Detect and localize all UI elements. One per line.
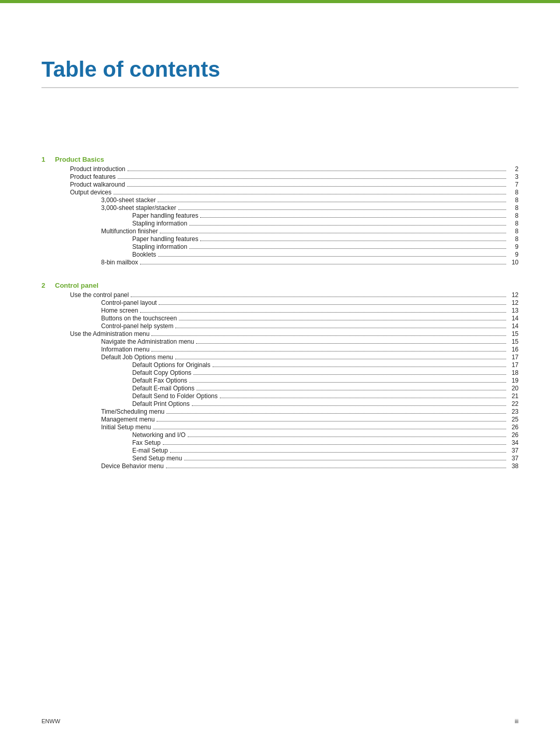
toc-page-number: 8 [508, 228, 519, 235]
toc-dots [197, 390, 506, 390]
toc-entry-label: Product introduction [70, 165, 125, 173]
toc-section-2: 2Control panelUse the control panel12Con… [41, 282, 519, 470]
toc-entry-label: Control-panel help system [101, 322, 173, 330]
toc-entry: Networking and I/O26 [41, 431, 519, 439]
toc-entry: Control-panel layout12 [41, 299, 519, 306]
toc-entry-label: Fax Setup [132, 439, 161, 446]
toc-page-number: 34 [508, 439, 519, 446]
footer: ENWW iii [41, 718, 519, 724]
toc-page-number: 17 [508, 354, 519, 361]
toc-dots [200, 217, 506, 218]
toc-dots [189, 382, 506, 383]
toc-dots [140, 312, 506, 313]
toc-page-number: 25 [508, 416, 519, 423]
toc-content: 1Product BasicsProduct introduction2Prod… [41, 156, 519, 470]
toc-entry: Product features3 [41, 173, 519, 180]
toc-dots [189, 225, 506, 226]
toc-entry: Navigate the Administration menu15 [41, 338, 519, 345]
toc-entry: Default Fax Options19 [41, 377, 519, 384]
toc-dots [151, 351, 506, 352]
toc-page-number: 15 [508, 330, 519, 338]
toc-page-number: 23 [508, 408, 519, 415]
toc-dots [175, 328, 506, 328]
toc-entry: Use the control panel12 [41, 291, 519, 299]
toc-page-number: 9 [508, 251, 519, 258]
toc-dots [151, 335, 506, 336]
toc-page-number: 18 [508, 369, 519, 376]
toc-page-number: 13 [508, 307, 519, 314]
toc-entry-label: Home screen [101, 307, 138, 314]
toc-page-number: 21 [508, 392, 519, 400]
toc-page-number: 22 [508, 400, 519, 407]
toc-entry: Paper handling features8 [41, 212, 519, 219]
toc-dots [157, 421, 506, 421]
toc-page-number: 26 [508, 431, 519, 439]
toc-dots [200, 241, 506, 241]
toc-dots [188, 437, 506, 437]
toc-dots [192, 405, 506, 406]
toc-entry: Stapling information8 [41, 220, 519, 227]
toc-page-number: 37 [508, 447, 519, 454]
toc-dots [118, 178, 506, 179]
toc-dots [140, 264, 506, 264]
toc-entry: Default Send to Folder Options21 [41, 392, 519, 400]
toc-entry: Booklets9 [41, 251, 519, 258]
section-number-2: 2 [41, 282, 52, 289]
toc-entry-label: Management menu [101, 416, 155, 423]
toc-dots [163, 444, 506, 445]
top-border [0, 0, 560, 3]
toc-entry-label: 3,000-sheet stacker [101, 196, 156, 204]
toc-entry-label: Buttons on the touchscreen [101, 315, 177, 322]
toc-entry-label: Default E-mail Options [132, 385, 194, 392]
toc-page-number: 8 [508, 196, 519, 204]
toc-entry: Device Behavior menu38 [41, 462, 519, 470]
toc-entry-label: Send Setup menu [132, 455, 182, 462]
toc-entry-label: Multifunction finisher [101, 228, 158, 235]
footer-right: iii [515, 718, 519, 724]
toc-entry: Default E-mail Options20 [41, 385, 519, 392]
page-title: Table of contents [41, 57, 519, 88]
toc-entry: Buttons on the touchscreen14 [41, 315, 519, 322]
toc-entry-label: Default Job Options menu [101, 354, 173, 361]
toc-page-number: 8 [508, 220, 519, 227]
toc-entry-label: Default Options for Originals [132, 361, 211, 369]
toc-dots [166, 468, 506, 468]
toc-page-number: 10 [508, 259, 519, 266]
section-header-1: 1Product Basics [41, 156, 519, 163]
toc-page-number: 9 [508, 243, 519, 250]
toc-entry: Send Setup menu37 [41, 455, 519, 462]
toc-entry: Output devices8 [41, 189, 519, 196]
toc-dots [158, 256, 506, 257]
toc-entry: Initial Setup menu26 [41, 424, 519, 431]
toc-dots [166, 413, 506, 414]
toc-dots [189, 248, 506, 249]
toc-page-number: 38 [508, 462, 519, 470]
toc-page-number: 15 [508, 338, 519, 345]
toc-page-number: 8 [508, 189, 519, 196]
toc-dots [158, 202, 506, 202]
toc-page-number: 3 [508, 173, 519, 180]
toc-entry: Multifunction finisher8 [41, 228, 519, 235]
toc-entry-label: Device Behavior menu [101, 462, 164, 470]
toc-page-number: 26 [508, 424, 519, 431]
toc-page-number: 16 [508, 346, 519, 353]
toc-entry: Product walkaround7 [41, 181, 519, 188]
toc-entry-label: Time/Scheduling menu [101, 408, 164, 415]
toc-entry: Time/Scheduling menu23 [41, 408, 519, 415]
toc-entry-label: Product walkaround [70, 181, 125, 188]
section-title-2: Control panel [55, 282, 99, 289]
toc-page-number: 14 [508, 322, 519, 330]
toc-page-number: 2 [508, 165, 519, 173]
toc-dots [213, 367, 506, 367]
section-header-2: 2Control panel [41, 282, 519, 289]
page: Table of contents 1Product BasicsProduct… [0, 0, 560, 745]
toc-dots [193, 374, 506, 375]
toc-dots [179, 320, 506, 320]
toc-page-number: 12 [508, 291, 519, 299]
toc-entry-label: E-mail Setup [132, 447, 168, 454]
toc-entry: Product introduction2 [41, 165, 519, 173]
toc-entry: Default Options for Originals17 [41, 361, 519, 369]
toc-entry-label: Output devices [70, 189, 111, 196]
toc-dots [184, 460, 506, 460]
toc-entry-label: Default Fax Options [132, 377, 187, 384]
